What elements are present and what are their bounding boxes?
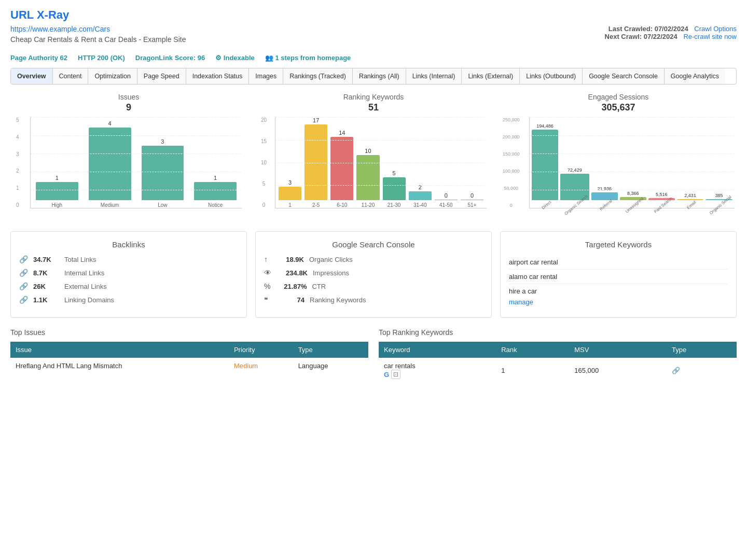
gsc-title: Google Search Console	[264, 240, 483, 249]
percent-icon: %	[264, 282, 270, 290]
tab-overview[interactable]: Overview	[11, 68, 53, 84]
organic-clicks-label: Organic Clicks	[309, 256, 483, 263]
top-keywords-section: Top Ranking Keywords Keyword Rank MSV Ty…	[379, 328, 737, 383]
total-links-value: 34.7K	[33, 256, 59, 263]
page-url[interactable]: https://www.example.com/Cars	[10, 25, 186, 33]
gear-icon: ⚙	[215, 54, 222, 62]
link-icon: 🔗	[19, 269, 28, 277]
table-row: car rentals G ⊡ 1 165,000 🔗	[379, 358, 737, 383]
last-crawled-date: 07/02/2024	[655, 25, 688, 33]
tab-rankings-all[interactable]: Rankings (All)	[353, 68, 406, 84]
ranking-chart-section: Ranking Keywords 51 20151050 3 1	[255, 93, 492, 221]
list-item: ❝ 74 Ranking Keywords	[264, 296, 483, 304]
page-authority-badge: Page Authority 62	[10, 54, 67, 62]
keywords-col-keyword: Keyword	[379, 342, 496, 358]
engaged-chart-section: Engaged Sessions 305,637 250,000200,0001…	[500, 93, 737, 221]
issues-chart-total: 9	[10, 102, 247, 113]
issues-bar-medium-value: 4	[108, 120, 112, 127]
page-title: URL X-Ray	[10, 8, 737, 22]
issues-col-issue: Issue	[10, 342, 229, 358]
tab-links-internal[interactable]: Links (Internal)	[406, 68, 462, 84]
google-icon[interactable]: G	[384, 371, 389, 379]
issue-priority: Medium	[229, 358, 293, 374]
tab-optimization[interactable]: Optimization	[88, 68, 137, 84]
list-item: ↑ 18.9K Organic Clicks	[264, 255, 483, 263]
tab-google-search-console[interactable]: Google Search Console	[583, 68, 665, 84]
issues-bar-notice-label: Notice	[208, 202, 223, 208]
issues-bar-medium-label: Medium	[101, 202, 119, 208]
keyword-msv: 165,000	[569, 358, 667, 383]
keyword-rank: 1	[496, 358, 569, 383]
backlinks-card: Backlinks 🔗 34.7K Total Links 🔗 8.7K Int…	[10, 231, 247, 318]
keywords-col-type: Type	[667, 342, 737, 358]
crawl-options-link[interactable]: Crawl Options	[694, 25, 737, 33]
next-crawl-label: Next Crawl:	[605, 33, 642, 40]
linking-domains-label: Linking Domains	[64, 296, 114, 304]
ranking-chart-total: 51	[255, 102, 492, 113]
ctr-value: 21.87%	[275, 283, 307, 290]
top-issues-title: Top Issues	[10, 328, 368, 337]
tab-page-speed[interactable]: Page Speed	[137, 68, 186, 84]
list-item: % 21.87% CTR	[264, 282, 483, 290]
tab-indexation-status[interactable]: Indexation Status	[186, 68, 250, 84]
organic-clicks-value: 18.9K	[273, 256, 304, 263]
link-icon: 🔗	[19, 282, 28, 290]
engaged-chart-title: Engaged Sessions	[500, 93, 737, 101]
tab-links-outbound[interactable]: Links (Outbound)	[520, 68, 583, 84]
tab-content[interactable]: Content	[53, 68, 89, 84]
list-item: 🔗 1.1K Linking Domains	[19, 296, 238, 304]
ranking-chart-title: Ranking Keywords	[255, 93, 492, 101]
issues-bar-high-value: 1	[56, 175, 59, 181]
link-icon: 🔗	[19, 296, 28, 304]
internal-links-value: 8.7K	[33, 269, 59, 277]
dragonlink-badge: DragonLink Score: 96	[135, 54, 205, 62]
top-keywords-table: Keyword Rank MSV Type car rentals G ⊡ 1	[379, 342, 737, 383]
indexable-badge: ⚙ Indexable	[215, 54, 255, 62]
keywords-col-msv: MSV	[569, 342, 667, 358]
page-preview-icon[interactable]: ⊡	[391, 370, 400, 379]
recrawl-link[interactable]: Re-crawl site now	[683, 33, 737, 40]
manage-keywords-link[interactable]: manage	[509, 298, 533, 306]
next-crawl-date: 07/22/2024	[644, 33, 677, 40]
issue-name: Hreflang And HTML Lang Mismatch	[10, 358, 229, 374]
last-crawled-label: Last Crawled:	[608, 25, 653, 33]
total-links-label: Total Links	[64, 256, 96, 263]
steps-icon: 👥	[265, 54, 273, 62]
list-item: airport car rental	[509, 255, 728, 270]
page-description: Cheap Car Rentals & Rent a Car Deals - E…	[10, 35, 186, 44]
tab-links-external[interactable]: Links (External)	[462, 68, 520, 84]
linking-domains-value: 1.1K	[33, 296, 59, 304]
list-item: 👁 234.8K Impressions	[264, 269, 483, 277]
ctr-label: CTR	[312, 283, 483, 290]
issues-chart-section: Issues 9 543210 1 High	[10, 93, 247, 221]
list-item: 🔗 26K External Links	[19, 282, 238, 290]
list-item: alamo car rental	[509, 270, 728, 284]
keywords-col-rank: Rank	[496, 342, 569, 358]
ranking-keywords-label: Ranking Keywords	[310, 296, 483, 304]
tab-google-analytics[interactable]: Google Analytics	[665, 68, 725, 84]
issues-bar-low-value: 3	[161, 138, 164, 145]
list-item: 🔗 8.7K Internal Links	[19, 269, 238, 277]
list-item: 🔗 34.7K Total Links	[19, 255, 238, 263]
issue-type: Language	[293, 358, 368, 374]
table-row: Hreflang And HTML Lang Mismatch Medium L…	[10, 358, 368, 374]
impressions-label: Impressions	[313, 269, 483, 277]
quote-icon: ❝	[264, 296, 268, 304]
ranking-keywords-value: 74	[273, 296, 305, 304]
tab-images[interactable]: Images	[249, 68, 283, 84]
link-icon: 🔗	[19, 255, 28, 263]
issues-bar-notice-value: 1	[214, 175, 217, 181]
tab-rankings-tracked[interactable]: Rankings (Tracked)	[283, 68, 353, 84]
engaged-chart-total: 305,637	[500, 102, 737, 113]
internal-links-label: Internal Links	[64, 269, 104, 277]
issues-col-priority: Priority	[229, 342, 293, 358]
eye-icon: 👁	[264, 269, 271, 277]
top-issues-section: Top Issues Issue Priority Type Hreflang …	[10, 328, 368, 383]
issues-col-type: Type	[293, 342, 368, 358]
arrow-up-icon: ↑	[264, 255, 268, 263]
tab-bar: Overview Content Optimization Page Speed…	[10, 68, 737, 85]
external-links-label: External Links	[64, 283, 107, 290]
external-links-value: 26K	[33, 283, 59, 290]
issues-bar-low-label: Low	[158, 202, 167, 208]
backlinks-title: Backlinks	[19, 240, 238, 249]
